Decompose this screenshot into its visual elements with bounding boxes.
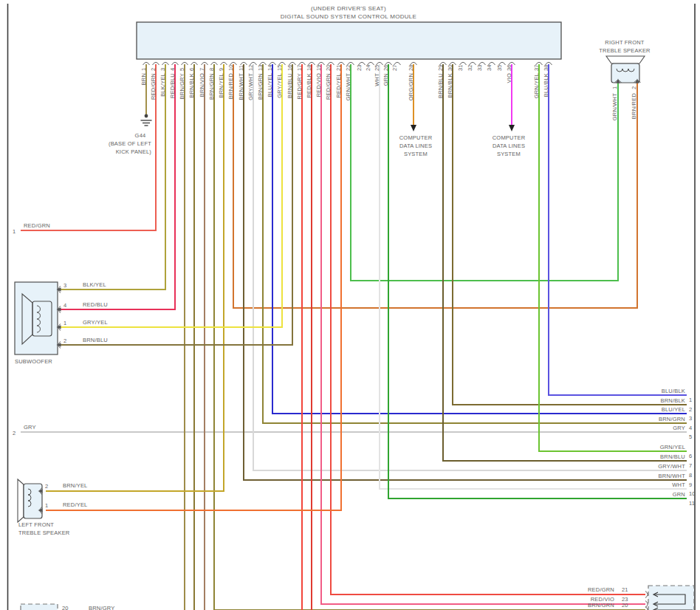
pin-wire-label: ORG/GRN: [408, 73, 414, 100]
pin-number: 17: [296, 64, 303, 71]
right-row-label: GRN/YEL: [660, 444, 685, 450]
right-row-number: 3: [689, 415, 692, 422]
pin-wire-label: BLK/YEL: [159, 73, 166, 97]
ground-name: G44: [135, 132, 146, 139]
right-row-number: 9: [689, 482, 692, 488]
pin-number: 32: [467, 64, 473, 71]
right-row-label: BRN/BLK: [661, 397, 686, 404]
bottom-right-row-label: BRN/GRN: [588, 602, 614, 609]
wiring-diagram: (UNDER DRIVER'S SEAT)DIGITAL SOUND SYSTE…: [0, 0, 700, 610]
pin-wire-label: RED/BLU: [169, 73, 176, 98]
right-row-number: 1: [689, 397, 692, 403]
lf-speaker-label-line2: TREBLE SPEAKER: [18, 530, 70, 536]
left-row-label: RED/GRN: [24, 222, 50, 229]
terminal-wire-label: BRN/BLU: [83, 337, 108, 343]
left-row-number: 2: [13, 430, 16, 436]
terminal-icon: [645, 592, 648, 598]
speaker-cone-icon: [606, 56, 645, 64]
terminal-number: 3: [64, 282, 66, 289]
terminal-number: 1: [45, 502, 48, 509]
right-row-label: BRN/WHT: [659, 473, 686, 479]
right-row-label: BLU/YEL: [662, 406, 685, 413]
pin-number: 11: [238, 65, 244, 71]
pin-number: 5: [179, 68, 185, 71]
right-row-number: 5: [689, 433, 692, 440]
right-row-number: 6: [689, 453, 692, 459]
right-row-label: GRY: [673, 425, 685, 431]
terminal-number: 1: [64, 320, 66, 326]
pin-wire-label: BRN/RED: [227, 73, 234, 100]
wire-pin-20: [331, 64, 645, 594]
pin-number: 33: [476, 64, 483, 71]
rf-speaker-label-line1: RIGHT FRONT: [605, 39, 645, 46]
right-row-label: BRN/GRN: [659, 416, 685, 422]
pin-wire-label: BRN/GRN: [208, 73, 215, 100]
wire-pin-10: [233, 64, 637, 308]
pin-number: 25: [374, 64, 380, 71]
pin-wire-label: GRY/YEL: [276, 73, 283, 98]
wire-pin-19: [321, 64, 645, 604]
right-row-number: 2: [689, 406, 692, 413]
pin-number: 31: [457, 64, 464, 71]
pin-number: 10: [227, 64, 234, 71]
pin-number: 28: [408, 64, 414, 71]
pin-wire-label: RED/GRN: [325, 73, 332, 100]
bottom-left-connector-box: [21, 604, 58, 610]
bottom-right-row-number: 20: [622, 602, 628, 609]
right-row-label: WHT: [672, 482, 685, 488]
pin-wire-label: RED/YEL: [335, 73, 342, 98]
down-arrow-icon: [509, 125, 515, 131]
wire-pin-13: [263, 64, 687, 423]
pin-wire-label: GRY/WHT: [247, 73, 254, 100]
computer-data-lines-label: COMPUTER: [399, 134, 433, 141]
terminal-icon: [645, 607, 648, 610]
pin-wire-label: BRN/BLU: [437, 73, 444, 98]
left-row-number: 1: [13, 228, 16, 235]
bottom-right-connector-box: [648, 586, 694, 610]
pin-number: 35: [496, 64, 503, 71]
pin-wire-label: WHT: [374, 73, 380, 86]
wire-pin-30: [453, 64, 687, 405]
pin-number: 16: [286, 64, 293, 71]
bottom-right-row-label: RED/GRN: [588, 586, 614, 593]
right-row-label: GRN: [673, 491, 685, 498]
wire-pin-4: [61, 64, 175, 309]
wire-pin-9: [46, 64, 224, 491]
pin-wire-label: BRN/WHT: [238, 73, 244, 100]
pin-number: 26: [382, 64, 389, 71]
pin-number: 24: [365, 64, 371, 71]
pin-wire-label: GRN/YEL: [533, 73, 540, 98]
pin-wire-label: BRN: [140, 73, 147, 85]
pin-number: 13: [257, 64, 264, 71]
pin-wire-label: BRN/YEL: [218, 73, 224, 98]
terminal-number: 2: [64, 337, 66, 344]
wire-pin-12: [253, 64, 687, 470]
pin-wire-label: BLU/YEL: [267, 73, 273, 97]
pin-wire-label: BLU/BLK: [543, 73, 549, 97]
pin-wire-label: BRN/BLU: [286, 73, 293, 98]
module-name-title: DIGITAL SOUND SYSTEM CONTROL MODULE: [281, 13, 416, 20]
pin-wire-label: GRN/WHT: [345, 73, 351, 100]
pin-number: 20: [325, 64, 332, 71]
terminal-wire-label: GRN/WHT: [611, 93, 618, 120]
terminal-wire-label: GRY/YEL: [83, 319, 108, 326]
pin-number: 34: [486, 64, 493, 71]
pin-number: 8: [208, 68, 215, 71]
pin-wire-label: BRN/GRN: [257, 73, 264, 100]
speaker-cone-icon: [18, 479, 24, 522]
module-box: [137, 22, 561, 59]
pin-number: 3: [159, 68, 166, 71]
wire-pin-22: [351, 64, 618, 281]
wire-pin-2: [21, 64, 156, 230]
right-row-number: 4: [689, 425, 692, 431]
pin-wire-label: BRN/BLK: [188, 73, 195, 98]
computer-data-lines-label: COMPUTER: [493, 134, 526, 141]
right-row-number: 8: [689, 472, 692, 479]
wiring-diagram-page: (UNDER DRIVER'S SEAT)DIGITAL SOUND SYSTE…: [0, 0, 700, 610]
pin-wire-label: BRN/GRY: [179, 73, 185, 99]
right-row-number: 11: [689, 500, 695, 507]
wire-pin-29: [443, 64, 687, 461]
wire-pin-25: [380, 64, 687, 489]
pin-number: 12: [247, 64, 254, 71]
terminal-number: 4: [64, 302, 66, 309]
